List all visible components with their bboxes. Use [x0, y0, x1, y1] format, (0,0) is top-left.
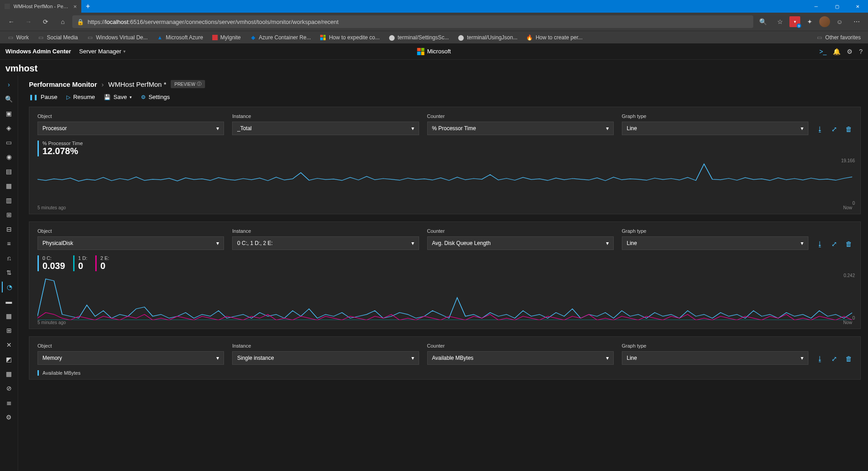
help-icon[interactable]: ?: [859, 48, 863, 55]
github-icon: ⬤: [458, 34, 464, 41]
sidebar-files-icon[interactable]: ▦: [2, 180, 16, 191]
tab-favicon: [5, 4, 10, 9]
sidebar-settings-icon[interactable]: ⚙: [2, 412, 16, 423]
bookmark-wvd[interactable]: ▭Windows Virtual De...: [83, 33, 151, 42]
terminal-icon[interactable]: >_: [819, 48, 826, 55]
counter-select[interactable]: Avg. Disk Queue Length▾: [427, 236, 614, 250]
close-tab-icon[interactable]: ×: [73, 3, 77, 10]
sidebar-overview-icon[interactable]: ▣: [2, 108, 16, 119]
object-select[interactable]: Memory▾: [37, 351, 224, 365]
expand-icon[interactable]: ⤢: [831, 355, 837, 363]
wac-nav[interactable]: Server Manager ▾: [79, 48, 125, 55]
sidebar-updates-icon[interactable]: ≣: [2, 397, 16, 408]
chevron-down-icon: ▾: [801, 355, 803, 361]
search-icon[interactable]: 🔍: [755, 14, 770, 29]
window-close-button[interactable]: ✕: [847, 0, 868, 13]
folder-icon: ▭: [38, 34, 44, 41]
bookmark-terminal1[interactable]: ⬤terminal/SettingsSc...: [385, 33, 453, 42]
bookmark-expedite[interactable]: How to expedite co...: [316, 33, 383, 42]
instance-select[interactable]: _Total▾: [232, 122, 419, 135]
browser-tab[interactable]: WMHost PerfMon - Performance ×: [0, 0, 81, 13]
settings-button[interactable]: ⚙Settings: [141, 94, 170, 100]
bookmark-acr[interactable]: ◆Azure Container Re...: [246, 33, 314, 42]
back-button[interactable]: ←: [4, 14, 19, 29]
graphtype-select[interactable]: Line▾: [622, 236, 808, 250]
url-path: :6516/servermanager/connections/server/v…: [128, 19, 338, 25]
favorites-list-icon[interactable]: ✦: [802, 14, 817, 29]
sidebar-users-icon[interactable]: ⊟: [2, 224, 16, 235]
bookmark-social[interactable]: ▭Social Media: [34, 33, 82, 42]
download-icon[interactable]: ⭳: [817, 355, 823, 363]
home-button[interactable]: ⌂: [55, 14, 70, 29]
sidebar-services-icon[interactable]: ▦: [2, 368, 16, 379]
bookmark-createper[interactable]: 🔥How to create per...: [523, 33, 586, 42]
search-icon[interactable]: 🔍: [2, 94, 16, 104]
expand-icon[interactable]: ⤢: [831, 240, 837, 248]
sidebar-network-icon[interactable]: ≡: [2, 238, 16, 249]
sidebar-cert-icon[interactable]: ▭: [2, 137, 16, 148]
profile-avatar[interactable]: [819, 16, 830, 27]
favorite-icon[interactable]: ☆: [772, 14, 788, 29]
sidebar-events-icon[interactable]: ▤: [2, 166, 16, 177]
sidebar-apps-icon[interactable]: ⊞: [2, 209, 16, 220]
object-select[interactable]: PhysicalDisk▾: [37, 236, 224, 250]
sidebar-pm-icon[interactable]: ⎌: [2, 253, 16, 264]
bookmark-azure[interactable]: ▲Microsoft Azure: [153, 33, 207, 42]
counter-select[interactable]: % Processor Time▾: [427, 122, 614, 135]
gear-icon[interactable]: ⚙: [847, 48, 853, 55]
bookmark-ignite[interactable]: MyIgnite: [209, 33, 244, 42]
metric: 2 E:0: [95, 255, 117, 271]
sidebar-powershell-icon[interactable]: ⇅: [2, 267, 16, 278]
sidebar-firewall-icon[interactable]: ▥: [2, 195, 16, 206]
window-minimize-button[interactable]: ─: [806, 0, 826, 13]
instance-select[interactable]: Single instance▾: [232, 351, 419, 365]
sidebar-roles-icon[interactable]: ✕: [2, 339, 16, 350]
sidebar-remote-icon[interactable]: ⊞: [2, 325, 16, 336]
sidebar-expand-icon[interactable]: ›: [2, 79, 16, 90]
sidebar-storage-icon[interactable]: ⊘: [2, 383, 16, 394]
pause-icon: ❚❚: [29, 94, 38, 100]
sidebar-processes-icon[interactable]: ▬: [2, 296, 16, 307]
sidebar-tasks-icon[interactable]: ◩: [2, 354, 16, 365]
chevron-down-icon: ▾: [123, 49, 126, 54]
graphtype-select[interactable]: Line▾: [622, 351, 808, 365]
graphtype-select[interactable]: Line▾: [622, 122, 808, 135]
forward-button[interactable]: →: [21, 14, 36, 29]
trash-icon[interactable]: 🗑: [845, 240, 852, 248]
azure-icon: ▲: [157, 34, 163, 41]
chevron-down-icon: ▾: [801, 240, 803, 246]
trash-icon[interactable]: 🗑: [845, 125, 852, 133]
ignite-icon: [212, 35, 218, 40]
refresh-button[interactable]: ⟳: [38, 14, 53, 29]
resume-button[interactable]: ▷Resume: [66, 94, 95, 100]
wac-brand[interactable]: Windows Admin Center: [5, 48, 71, 55]
pause-button[interactable]: ❚❚Pause: [29, 94, 57, 100]
instance-select[interactable]: 0 C:, 1 D:, 2 E:▾: [232, 236, 419, 250]
menu-icon[interactable]: ⋯: [849, 14, 864, 29]
crumb-root[interactable]: Performance Monitor: [29, 80, 97, 88]
bookmark-terminal2[interactable]: ⬤terminal/UsingJson...: [454, 33, 521, 42]
address-bar[interactable]: 🔒 https://localhost:6516/servermanager/c…: [72, 15, 753, 28]
download-icon[interactable]: ⭳: [817, 125, 823, 133]
sidebar-perfmon-icon[interactable]: ◔: [2, 282, 16, 292]
extension-icon[interactable]: ▾9: [789, 16, 800, 27]
new-tab-button[interactable]: +: [81, 2, 94, 10]
metric: % Processor Time12.078%: [37, 141, 91, 156]
lock-icon: 🔒: [77, 19, 84, 25]
chevron-down-icon: ▾: [606, 355, 609, 361]
sidebar-registry-icon[interactable]: ▦: [2, 311, 16, 321]
window-titlebar: WMHost PerfMon - Performance × + ─ ▢ ✕: [0, 0, 868, 13]
counter-select[interactable]: Available MBytes▾: [427, 351, 614, 365]
trash-icon[interactable]: 🗑: [845, 355, 852, 363]
sidebar-azure-icon[interactable]: ◈: [2, 122, 16, 133]
object-select[interactable]: Processor▾: [37, 122, 224, 135]
sidebar-devices-icon[interactable]: ◉: [2, 151, 16, 162]
feedback-icon[interactable]: ☺: [832, 14, 847, 29]
save-button[interactable]: 💾Save ▾: [104, 94, 132, 100]
expand-icon[interactable]: ⤢: [831, 125, 837, 133]
window-maximize-button[interactable]: ▢: [826, 0, 847, 13]
other-favorites[interactable]: ▭Other favorites: [812, 33, 864, 42]
bookmark-work[interactable]: ▭Work: [4, 33, 33, 42]
download-icon[interactable]: ⭳: [817, 240, 823, 248]
notification-icon[interactable]: 🔔: [833, 48, 840, 55]
